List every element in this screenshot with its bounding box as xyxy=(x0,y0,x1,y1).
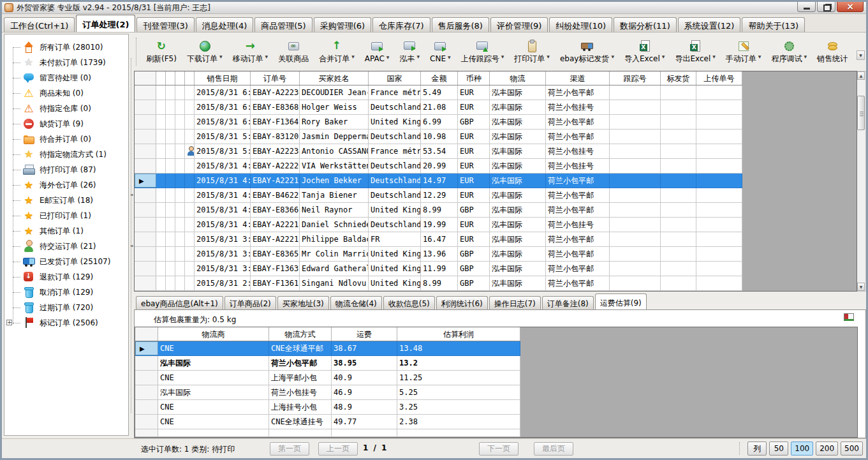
row-selector-cell[interactable] xyxy=(135,100,156,114)
row-selector-cell[interactable] xyxy=(135,218,156,232)
column-header[interactable]: 物流方式 xyxy=(269,327,332,341)
column-header[interactable]: 物流商 xyxy=(158,327,269,341)
column-header[interactable]: 买家姓名 xyxy=(300,71,369,85)
dropdown-caret-icon[interactable]: ▼ xyxy=(804,54,807,59)
scroll-up-icon[interactable]: ▲ xyxy=(857,71,865,80)
column-header[interactable]: 运费 xyxy=(332,327,397,341)
sidebar-splitter[interactable]: ◄ ◄ xyxy=(129,33,134,438)
row-selector-cell[interactable] xyxy=(135,85,156,100)
row-selector-cell[interactable] xyxy=(135,130,156,144)
detail-tab-7[interactable]: 操作日志(7) xyxy=(489,296,541,309)
dropdown-caret-icon[interactable]: ▼ xyxy=(501,54,504,59)
dropdown-caret-icon[interactable]: ▼ xyxy=(712,54,716,59)
dropdown-caret-icon[interactable]: ▼ xyxy=(219,54,223,59)
detail-tab-3[interactable]: 买家地址(3) xyxy=(277,296,329,309)
order-row-2[interactable]: 2015/8/31 6:28EBAY-E8368Holger WeissDeut… xyxy=(135,100,742,115)
sidebar-item-9[interactable]: 待打印订单 (87) xyxy=(4,162,128,177)
menu-tab-2[interactable]: 订单处理(2) xyxy=(76,15,135,32)
sidebar-item-7[interactable]: 待合并订单 (0) xyxy=(4,131,128,147)
column-header[interactable]: 渠道 xyxy=(546,71,610,85)
menu-tab-11[interactable]: 数据分析(11) xyxy=(614,17,677,32)
toolbar-button-10[interactable]: 打印订单▼ xyxy=(510,37,554,67)
toolbar-overflow-button[interactable]: ▼ xyxy=(857,50,865,60)
book-icon[interactable] xyxy=(844,313,854,321)
sidebar-item-19[interactable]: +标记订单 (2506) xyxy=(4,315,128,330)
column-header[interactable]: 上传单号 xyxy=(696,71,742,85)
menu-tab-6[interactable]: 采购管理(6) xyxy=(314,17,371,32)
row-selector-cell[interactable] xyxy=(135,276,156,290)
page-size-200[interactable]: 200 xyxy=(816,441,838,456)
row-selector-cell[interactable] xyxy=(135,356,158,370)
column-header[interactable]: 估算利润 xyxy=(397,327,520,341)
toolbar-button-9[interactable]: 上传跟踪号▼ xyxy=(457,37,509,67)
sidebar-item-6[interactable]: 缺货订单 (9) xyxy=(4,116,128,131)
row-selector-cell[interactable] xyxy=(135,385,158,399)
menu-tab-5[interactable]: 商品管理(5) xyxy=(254,17,312,32)
detail-tab-4[interactable]: 物流仓储(4) xyxy=(330,296,382,309)
freight-row-6[interactable]: CNECNE全球通挂号49.772.38 xyxy=(135,415,520,429)
sidebar-item-11[interactable]: E邮宝订单 (18) xyxy=(4,193,128,208)
dropdown-caret-icon[interactable]: ▼ xyxy=(351,54,355,59)
orders-scrollbar[interactable]: ▲ ▼ xyxy=(857,71,866,292)
order-row-3[interactable]: 2015/8/31 6:08EBAY-F1364Rory BakerUnited… xyxy=(135,115,742,130)
detail-tab-9[interactable]: 运费估算(9) xyxy=(595,293,647,309)
sidebar-item-2[interactable]: 未付款订单 (1739) xyxy=(4,55,128,70)
order-row-5[interactable]: 2015/8/31 5:47EBAY-A22234Antonio CASSANO… xyxy=(135,144,742,159)
freight-row-2[interactable]: 泓丰国际荷兰小包平邮38.9513.2 xyxy=(135,356,520,371)
column-header[interactable]: 跟踪号 xyxy=(610,71,661,85)
toolbar-button-13[interactable]: 导出Excel▼ xyxy=(670,37,719,67)
column-header[interactable]: 物流 xyxy=(490,71,546,85)
sidebar-item-16[interactable]: 退款订单 (129) xyxy=(4,269,128,285)
minimize-button[interactable] xyxy=(797,2,816,12)
row-selector-cell[interactable]: ▶ xyxy=(135,174,156,188)
sidebar-item-14[interactable]: 待交运订单 (21) xyxy=(4,239,128,254)
row-selector-cell[interactable] xyxy=(135,415,158,429)
expand-icon[interactable]: + xyxy=(6,320,12,325)
sidebar-item-18[interactable]: 过期订单 (720) xyxy=(4,300,128,315)
order-row-7[interactable]: ▶2015/8/31 4:46EBAY-A22219Jochen BekkerD… xyxy=(135,174,742,188)
freight-row-1[interactable]: ▶CNECNE全球通平邮38.6713.48 xyxy=(135,341,520,356)
menu-tab-10[interactable]: 纠纷处理(10) xyxy=(549,17,612,32)
row-selector-cell[interactable] xyxy=(135,115,156,129)
order-row-8[interactable]: 2015/8/31 4:16EBAY-B4622Tanja BienerDeut… xyxy=(135,188,742,203)
row-selector-cell[interactable] xyxy=(135,144,156,158)
page-size-50[interactable]: 50 xyxy=(769,441,788,456)
order-row-12[interactable]: 2015/8/31 3:30EBAY-E8365Mr Colin Marriot… xyxy=(135,247,742,262)
column-header[interactable]: 国家 xyxy=(369,71,421,85)
page-size-列[interactable]: 列 xyxy=(747,441,767,456)
sidebar-item-15[interactable]: 已发货订单 (25107) xyxy=(4,254,128,269)
toolbar-button-16[interactable]: 销售统计 xyxy=(813,37,852,67)
menu-tab-1[interactable]: 工作台(Ctrl+1) xyxy=(4,17,75,32)
column-header[interactable]: 订单号 xyxy=(251,71,300,85)
page-size-500[interactable]: 500 xyxy=(841,441,863,456)
order-row-9[interactable]: 2015/8/31 4:11EBAY-E8366Neil RaynorUnite… xyxy=(135,203,742,218)
row-selector-cell[interactable] xyxy=(135,262,156,276)
dropdown-caret-icon[interactable]: ▼ xyxy=(547,54,550,59)
prev-page-button[interactable]: 上一页 xyxy=(318,442,358,456)
order-row-11[interactable]: 2015/8/31 3:53EBAY-A22217Philippe Baldac… xyxy=(135,232,742,247)
menu-tab-9[interactable]: 评价管理(9) xyxy=(490,17,548,32)
toolbar-button-3[interactable]: 移动订单▼ xyxy=(228,37,273,67)
sidebar-item-17[interactable]: 取消订单 (129) xyxy=(4,285,128,300)
order-row-10[interactable]: 2015/8/31 4:00EBAY-A22218Daniel Schniede… xyxy=(135,218,742,232)
dropdown-caret-icon[interactable]: ▼ xyxy=(662,54,665,59)
column-header[interactable]: 销售日期 xyxy=(195,71,251,85)
row-selector-cell[interactable] xyxy=(135,247,156,261)
toolbar-button-1[interactable]: 刷新(F5) xyxy=(142,37,181,67)
detail-tab-1[interactable]: ebay商品信息(Alt+1) xyxy=(136,296,223,309)
menu-tab-7[interactable]: 仓库库存(7) xyxy=(372,17,430,32)
order-row-14[interactable]: 2015/8/31 2:55EBAY-F1361Singani NdlovuUn… xyxy=(135,276,742,291)
toolbar-button-11[interactable]: ebay标记发货▼ xyxy=(555,37,619,67)
detail-tab-6[interactable]: 利润统计(6) xyxy=(436,296,488,309)
sidebar-item-3[interactable]: 留言待处理 (0) xyxy=(4,70,128,85)
order-row-1[interactable]: 2015/8/31 6:37EBAY-A22236DECOUDIER Jean-… xyxy=(135,85,742,100)
toolbar-button-12[interactable]: 导入Excel▼ xyxy=(620,37,669,67)
order-row-6[interactable]: 2015/8/31 4:53EBAY-A22220VIA Werkstätten… xyxy=(135,159,742,174)
sidebar-item-1[interactable]: 所有订单 (28010) xyxy=(4,40,128,55)
dropdown-caret-icon[interactable]: ▼ xyxy=(448,55,451,59)
menu-tab-13[interactable]: 帮助关于(13) xyxy=(742,17,805,32)
row-selector-cell[interactable] xyxy=(135,371,158,385)
close-button[interactable] xyxy=(837,2,864,12)
column-header[interactable]: 币种 xyxy=(458,71,490,85)
toolbar-button-6[interactable]: APAC▼ xyxy=(360,38,394,66)
